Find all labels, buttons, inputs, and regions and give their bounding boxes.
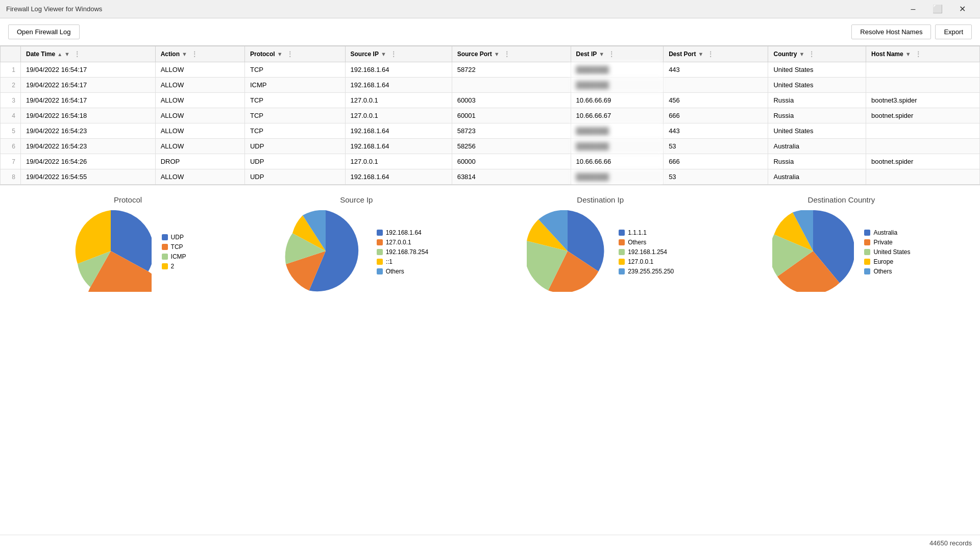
sort-icon-datetime[interactable]: ▲ (57, 52, 62, 57)
dest-country-legend: AustraliaPrivateUnited StatesEuropeOther… (864, 229, 910, 275)
legend-item: TCP (162, 243, 186, 251)
table-cell: 19/04/2022 16:54:18 (21, 108, 156, 123)
resize-handle-datetime[interactable]: ⋮ (74, 51, 80, 58)
table-row[interactable]: 219/04/2022 16:54:17ALLOWICMP192.168.1.6… (1, 78, 980, 93)
resize-handle-hostname[interactable]: ⋮ (915, 51, 921, 58)
dest-ip-chart-title: Destination Ip (577, 195, 624, 204)
col-header-action[interactable]: Action ▼ ⋮ (155, 46, 244, 62)
table-cell: United States (768, 62, 866, 78)
legend-item: Private (864, 239, 910, 246)
legend-label: 127.0.0.1 (628, 258, 653, 265)
col-header-country[interactable]: Country ▼ ⋮ (768, 46, 866, 62)
legend-item: ICMP (162, 253, 186, 260)
table-cell (866, 139, 980, 154)
table-cell: 192.168.1.64 (345, 139, 452, 154)
resize-handle-dest-port[interactable]: ⋮ (707, 51, 714, 58)
resize-handle-source-port[interactable]: ⋮ (504, 51, 510, 58)
table-cell: 58256 (452, 139, 571, 154)
table-row[interactable]: 419/04/2022 16:54:18ALLOWTCP127.0.0.1600… (1, 108, 980, 123)
col-header-source-port[interactable]: Source Port ▼ ⋮ (452, 46, 571, 62)
table-cell: ALLOW (155, 169, 244, 185)
resize-handle-action[interactable]: ⋮ (191, 51, 198, 58)
table-cell: 10.66.66.66 (571, 154, 664, 169)
table-cell: 666 (664, 154, 768, 169)
table-row[interactable]: 519/04/2022 16:54:23ALLOWTCP192.168.1.64… (1, 123, 980, 139)
table-row[interactable]: 119/04/2022 16:54:17ALLOWTCP192.168.1.64… (1, 62, 980, 78)
table-cell (866, 123, 980, 139)
filter-icon-country[interactable]: ▼ (799, 51, 804, 57)
resize-handle-source-ip[interactable]: ⋮ (390, 51, 397, 58)
app-title: Firewall Log Viewer for Windows (6, 5, 102, 13)
filter-icon-datetime[interactable]: ▼ (64, 51, 70, 57)
col-header-hostname[interactable]: Host Name ▼ ⋮ (866, 46, 980, 62)
table-cell: Australia (768, 139, 866, 154)
table-cell (866, 169, 980, 185)
table-cell: Russia (768, 93, 866, 108)
table-cell: 127.0.0.1 (345, 108, 452, 123)
col-header-protocol[interactable]: Protocol ▼ ⋮ (244, 46, 345, 62)
resize-handle-country[interactable]: ⋮ (808, 51, 815, 58)
legend-color-dot (864, 268, 870, 274)
table-row[interactable]: 719/04/2022 16:54:26DROPUDP127.0.0.16000… (1, 154, 980, 169)
table-cell: 19/04/2022 16:54:23 (21, 123, 156, 139)
table-cell: ███████ (571, 62, 664, 78)
legend-color-dot (619, 239, 625, 245)
legend-color-dot (377, 259, 383, 265)
source-ip-pie (285, 210, 366, 293)
table-cell: 192.168.1.64 (345, 123, 452, 139)
legend-label: 192.168.1.254 (628, 248, 667, 256)
table-cell: 19/04/2022 16:54:26 (21, 154, 156, 169)
legend-label: Others (873, 268, 892, 275)
table-cell (866, 62, 980, 78)
table-cell (664, 78, 768, 93)
resolve-host-names-button[interactable]: Resolve Host Names (851, 24, 931, 39)
table-cell: ALLOW (155, 123, 244, 139)
table-cell: UDP (244, 169, 345, 185)
legend-label: 2 (171, 263, 175, 270)
filter-icon-source-port[interactable]: ▼ (494, 51, 500, 57)
table-cell: 19/04/2022 16:54:17 (21, 78, 156, 93)
legend-color-dot (864, 230, 870, 236)
table-cell: bootnet.spider (866, 108, 980, 123)
legend-item: Australia (864, 229, 910, 236)
table-row[interactable]: 319/04/2022 16:54:17ALLOWTCP127.0.0.1600… (1, 93, 980, 108)
table-cell: 6 (1, 139, 21, 154)
protocol-legend: UDPTCPICMP2 (162, 234, 186, 270)
resize-handle-dest-ip[interactable]: ⋮ (608, 51, 615, 58)
table-header-row: Date Time ▲ ▼ ⋮ Action ▼ ⋮ Protocol (1, 46, 980, 62)
legend-label: Australia (873, 229, 897, 236)
table-cell: 60003 (452, 93, 571, 108)
legend-color-dot (864, 259, 870, 265)
table-cell: TCP (244, 93, 345, 108)
table-row[interactable]: 619/04/2022 16:54:23ALLOWUDP192.168.1.64… (1, 139, 980, 154)
col-header-dest-port[interactable]: Dest Port ▼ ⋮ (664, 46, 768, 62)
legend-color-dot (377, 268, 383, 274)
filter-icon-dest-port[interactable]: ▼ (698, 51, 703, 57)
resize-handle-protocol[interactable]: ⋮ (287, 51, 293, 58)
filter-icon-protocol[interactable]: ▼ (277, 51, 283, 57)
col-header-source-ip[interactable]: Source IP ▼ ⋮ (345, 46, 452, 62)
table-cell: 63814 (452, 169, 571, 185)
col-header-datetime[interactable]: Date Time ▲ ▼ ⋮ (21, 46, 156, 62)
maximize-button[interactable]: ⬜ (926, 1, 949, 17)
filter-icon-dest-ip[interactable]: ▼ (599, 51, 604, 57)
legend-label: Others (628, 239, 646, 246)
legend-label: 127.0.0.1 (386, 239, 411, 246)
table-cell: ███████ (571, 78, 664, 93)
toolbar-right: Resolve Host Names Export (851, 24, 972, 39)
table-row[interactable]: 819/04/2022 16:54:55ALLOWUDP192.168.1.64… (1, 169, 980, 185)
col-header-dest-ip[interactable]: Dest IP ▼ ⋮ (571, 46, 664, 62)
table-cell: 4 (1, 108, 21, 123)
legend-color-dot (619, 230, 625, 236)
open-firewall-log-button[interactable]: Open Firewall Log (8, 24, 80, 39)
table-cell: 192.168.1.64 (345, 62, 452, 78)
close-button[interactable]: ✕ (950, 1, 974, 17)
table-cell: bootnet3.spider (866, 93, 980, 108)
source-ip-chart-title: Source Ip (340, 195, 373, 204)
minimize-button[interactable]: – (901, 1, 925, 17)
export-button[interactable]: Export (935, 24, 972, 39)
filter-icon-source-ip[interactable]: ▼ (381, 51, 386, 57)
filter-icon-action[interactable]: ▼ (182, 51, 187, 57)
legend-item: Others (619, 239, 674, 246)
filter-icon-hostname[interactable]: ▼ (905, 51, 911, 57)
